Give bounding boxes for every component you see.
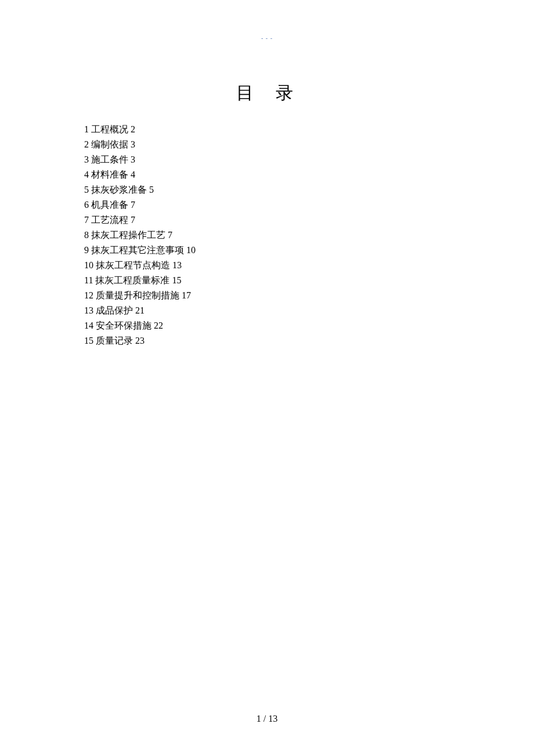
- toc-page: 23: [135, 336, 145, 345]
- toc-item: 4材料准备4: [84, 167, 196, 182]
- title-char-1: 目: [236, 83, 258, 102]
- toc-num: 5: [84, 185, 89, 195]
- toc-item: 12质量提升和控制措施17: [84, 288, 196, 303]
- toc-page: 17: [182, 290, 191, 300]
- toc-num: 8: [84, 230, 89, 240]
- page-footer: 1 / 13: [257, 714, 277, 724]
- toc-item: 13成品保护21: [84, 303, 196, 318]
- toc-page: 10: [186, 245, 196, 255]
- toc-page: 7: [131, 200, 135, 210]
- toc-item: 2编制依据3: [84, 137, 196, 152]
- toc-num: 2: [84, 139, 89, 149]
- toc-text: 施工条件: [91, 154, 128, 164]
- toc-item: 5抹灰砂浆准备5: [84, 182, 196, 197]
- toc-page: 4: [131, 170, 135, 179]
- toc-num: 10: [84, 260, 93, 270]
- toc-num: 7: [84, 215, 89, 225]
- toc-num: 3: [84, 154, 89, 164]
- toc-item: 8抹灰工程操作工艺7: [84, 228, 196, 243]
- title-char-2: 录: [276, 83, 298, 102]
- toc-num: 14: [84, 321, 93, 330]
- toc-text: 质量记录: [96, 336, 133, 345]
- toc-page: 7: [131, 215, 135, 225]
- toc-text: 工程概况: [91, 124, 128, 134]
- toc-page: 21: [135, 305, 145, 315]
- toc-text: 机具准备: [91, 200, 128, 210]
- toc-text: 抹灰工程节点构造: [96, 260, 170, 270]
- toc-text: 安全环保措施: [96, 321, 151, 330]
- toc-text: 工艺流程: [91, 215, 128, 225]
- toc-num: 9: [84, 245, 89, 255]
- toc-item: 1工程概况2: [84, 122, 196, 137]
- toc-text: 材料准备: [91, 170, 128, 179]
- toc-item: 15质量记录23: [84, 333, 196, 348]
- toc-num: 11: [84, 275, 93, 285]
- toc-num: 4: [84, 170, 89, 179]
- toc-text: 质量提升和控制措施: [96, 290, 179, 300]
- header-mark: - - -: [261, 35, 273, 41]
- toc-num: 13: [84, 305, 93, 315]
- toc-item: 7工艺流程7: [84, 213, 196, 228]
- toc-page: 7: [168, 230, 172, 240]
- page-title: 目录: [236, 81, 298, 105]
- toc-text: 编制依据: [91, 139, 128, 149]
- toc-text: 抹灰工程其它注意事项: [91, 245, 184, 255]
- toc-text: 成品保护: [96, 305, 133, 315]
- toc-item: 3施工条件3: [84, 152, 196, 167]
- toc-item: 6机具准备7: [84, 197, 196, 213]
- toc-page: 3: [131, 154, 135, 164]
- toc-page: 2: [131, 124, 135, 134]
- toc-page: 22: [154, 321, 163, 330]
- toc-text: 抹灰砂浆准备: [91, 185, 147, 195]
- toc-num: 1: [84, 124, 89, 134]
- toc-page: 15: [172, 275, 181, 285]
- toc-num: 6: [84, 200, 89, 210]
- toc-num: 15: [84, 336, 93, 345]
- toc-list: 1工程概况2 2编制依据3 3施工条件3 4材料准备4 5抹灰砂浆准备5 6机具…: [84, 122, 196, 348]
- toc-item: 9抹灰工程其它注意事项10: [84, 243, 196, 258]
- toc-item: 11抹灰工程质量标准15: [84, 273, 196, 288]
- toc-text: 抹灰工程操作工艺: [91, 230, 165, 240]
- toc-item: 10抹灰工程节点构造13: [84, 258, 196, 273]
- toc-page: 13: [172, 260, 182, 270]
- toc-page: 3: [131, 139, 135, 149]
- toc-item: 14安全环保措施22: [84, 318, 196, 333]
- toc-text: 抹灰工程质量标准: [95, 275, 169, 285]
- toc-page: 5: [149, 185, 154, 195]
- toc-num: 12: [84, 290, 93, 300]
